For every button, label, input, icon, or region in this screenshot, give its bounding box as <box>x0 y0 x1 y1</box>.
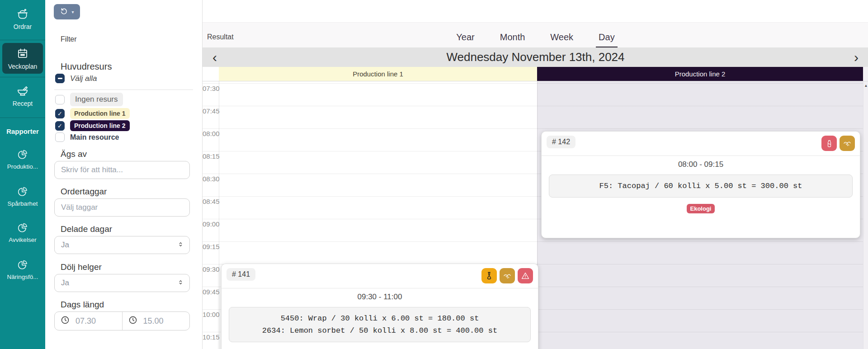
sidebar-item-produktion-report[interactable]: Produktio... <box>0 148 45 170</box>
chevron-right-icon[interactable]: › <box>844 49 868 66</box>
time-label: 10:15 <box>203 333 217 341</box>
main-resource-checkbox[interactable] <box>55 132 65 142</box>
clock-icon <box>128 315 138 327</box>
event-items-box: F5: Tacopaj / 60 kolli x 5.00 st = 300.0… <box>549 174 853 198</box>
sidebar-item-label: Produktio... <box>7 163 38 170</box>
pie-chart-icon <box>16 259 29 271</box>
sidebar-item-ordrar[interactable]: Ordrar <box>0 7 45 30</box>
calendar-area: Resultat Year Month Week Day ‹ Wednesday… <box>202 0 868 349</box>
select-all-label: Välj alla <box>70 74 97 83</box>
dags-langd-label: Dags längd <box>61 300 104 310</box>
day-end-input[interactable] <box>143 316 175 326</box>
production-line-1-checkbox[interactable]: ✓ <box>55 109 65 118</box>
tab-week[interactable]: Week <box>547 32 576 48</box>
sidebar-section-rapporter: Rapporter <box>0 127 45 135</box>
event-item-line: 2634: Lemon sorbet / 50 kolli x 8.00 st … <box>232 325 528 337</box>
hands-icon[interactable] <box>500 268 515 283</box>
calendar-toolbar: Resultat Year Month Week Day <box>203 22 868 47</box>
time-label: 08:45 <box>203 198 217 205</box>
resource-option-label[interactable]: Ingen resurs <box>70 93 123 106</box>
scrollbar-header-gap <box>863 67 868 81</box>
warning-icon[interactable] <box>518 268 533 283</box>
resource-option-row: Main resource <box>55 132 119 142</box>
filter-title: Filter <box>61 35 77 43</box>
resource-option-label[interactable]: Main resource <box>70 133 119 141</box>
indeterminate-minus-icon <box>58 78 62 79</box>
pie-chart-icon <box>16 148 29 161</box>
resource-option-label[interactable]: Production line 1 <box>70 108 130 119</box>
event-items-box: 5450: Wrap / 30 kolli x 6.00 st = 180.00… <box>229 307 531 342</box>
dolj-helger-label: Dölj helger <box>61 262 102 272</box>
sidebar-item-label: Spårbarhet <box>8 200 38 207</box>
hands-icon[interactable] <box>840 136 855 151</box>
event-header: # 142 <box>542 132 860 156</box>
delade-dagar-value: Ja <box>61 241 177 250</box>
event-id-badge: # 142 <box>547 136 576 148</box>
production-line-2-checkbox[interactable]: ✓ <box>55 121 65 131</box>
sidebar-item-naringsforteckning-report[interactable]: Näringsfö... <box>0 259 45 280</box>
event-card-142[interactable]: # 142 <box>541 131 860 238</box>
mortar-pestle-icon <box>16 84 29 98</box>
date-header: ‹ Wednesday November 13th, 2024 › <box>203 47 868 67</box>
event-time-range: 09:30 - 11:00 <box>222 292 538 302</box>
pie-chart-icon <box>16 185 29 198</box>
clock-icon <box>60 315 70 327</box>
pie-chart-icon <box>16 222 29 234</box>
day-start-input[interactable] <box>75 316 107 326</box>
select-all-checkbox[interactable] <box>55 74 65 83</box>
scroll-up-icon: ▲ <box>863 81 868 88</box>
ags-av-label: Ägs av <box>61 149 87 159</box>
event-id-badge: # 141 <box>226 268 255 281</box>
bottle-icon[interactable] <box>821 136 837 151</box>
ordertaggar-input[interactable] <box>54 198 190 217</box>
huvudresurs-heading: Huvudresurs <box>61 61 112 72</box>
time-label: 09:00 <box>203 220 217 228</box>
tab-month[interactable]: Month <box>497 32 528 48</box>
sidebar-item-avvikelser-report[interactable]: Avvikelser <box>0 222 45 243</box>
tab-year[interactable]: Year <box>453 32 477 48</box>
event-icon-group <box>481 268 533 283</box>
sidebar-item-sparbarhet-report[interactable]: Spårbarhet <box>0 185 45 207</box>
event-card-141[interactable]: # 141 <box>221 264 538 349</box>
chevron-left-icon[interactable]: ‹ <box>203 49 227 66</box>
time-label: 07:30 <box>203 85 217 92</box>
resource-column-headers: Production line 1 Production line 2 <box>203 67 868 81</box>
resource-option-row: ✓ Production line 1 <box>55 108 130 119</box>
ingen-resurs-checkbox[interactable] <box>55 95 65 104</box>
gutter-border <box>219 81 219 349</box>
column-header-production-line-2[interactable]: Production line 2 <box>537 67 863 81</box>
column-header-production-line-1[interactable]: Production line 1 <box>219 67 537 81</box>
sidebar-item-veckoplan[interactable]: Veckoplan <box>2 43 43 74</box>
vertical-scrollbar[interactable]: ▲ <box>863 81 868 349</box>
dolj-helger-select[interactable]: Ja <box>54 274 190 292</box>
dolj-helger-value: Ja <box>61 278 177 288</box>
sidebar-item-recept[interactable]: Recept <box>0 84 45 107</box>
resource-option-label[interactable]: Production line 2 <box>70 120 130 131</box>
sidebar-item-label: Avvikelser <box>9 236 36 243</box>
unfold-arrows-icon <box>177 241 184 250</box>
delade-dagar-select[interactable]: Ja <box>54 236 190 254</box>
filter-divider <box>54 90 193 90</box>
select-all-row: Välj alla <box>55 74 97 83</box>
sidebar-divider <box>0 77 45 77</box>
day-end-cell <box>122 312 190 330</box>
chevron-down-icon: ▾ <box>71 9 74 14</box>
event-icon-group <box>821 136 855 151</box>
sidebar-item-label: Ordrar <box>14 23 32 30</box>
sidebar-divider <box>0 118 45 118</box>
app-root: Ordrar Veckoplan <box>0 0 868 349</box>
flask-icon[interactable] <box>481 268 497 283</box>
event-header: # 141 <box>222 264 538 288</box>
sidebar: Ordrar Veckoplan <box>0 0 45 349</box>
ags-av-input[interactable] <box>54 161 190 179</box>
date-title: Wednesday November 13th, 2024 <box>227 50 844 64</box>
delade-dagar-label: Delade dagar <box>61 224 112 234</box>
history-button[interactable]: ▾ <box>54 4 80 19</box>
tab-day[interactable]: Day <box>596 32 618 48</box>
day-start-cell <box>55 312 122 330</box>
ordertaggar-label: Ordertaggar <box>61 187 107 197</box>
time-gutter-header <box>203 67 219 81</box>
event-item-line: 5450: Wrap / 30 kolli x 6.00 st = 180.00… <box>232 312 528 325</box>
time-label: 09:15 <box>203 243 217 250</box>
time-label: 10:00 <box>203 311 217 318</box>
